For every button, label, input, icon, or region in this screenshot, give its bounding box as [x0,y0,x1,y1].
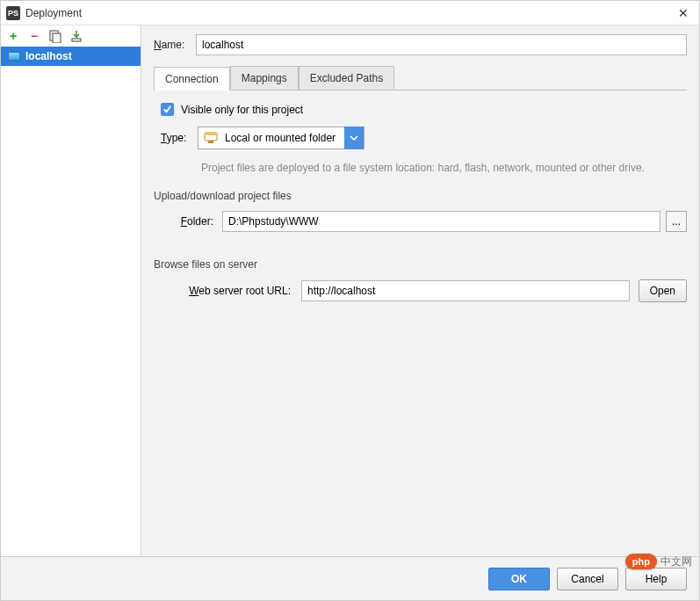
tab-mappings[interactable]: Mappings [230,66,299,90]
app-icon: PS [6,6,20,20]
cancel-button[interactable]: Cancel [557,568,618,590]
tab-excluded-paths[interactable]: Excluded Paths [299,66,394,90]
server-icon [8,52,20,61]
folder-label: Folder: [170,215,222,228]
folder-row: Folder: ... [170,211,687,232]
tabs: Connection Mappings Excluded Paths [154,66,687,91]
server-item-localhost[interactable]: localhost [1,47,141,66]
download-icon[interactable] [69,29,83,43]
watermark-text: 中文网 [660,554,692,569]
sidebar: + − localhost [1,25,141,556]
svg-rect-4 [205,133,217,135]
close-icon[interactable]: ✕ [673,6,694,20]
name-row: Name: [154,34,687,55]
name-label: Name: [154,39,196,51]
visible-only-label: Visible only for this project [181,104,303,116]
server-tree: localhost [1,47,141,556]
deployment-dialog: PS Deployment ✕ + − localhost [0,0,700,601]
name-input[interactable] [196,34,687,55]
type-row: Type: Local or mounted folder [161,127,687,149]
footer: php 中文网 OK Cancel Help [1,556,699,600]
type-select[interactable]: Local or mounted folder [198,127,364,149]
titlebar: PS Deployment ✕ [1,1,699,25]
chevron-down-icon [344,127,364,149]
url-label: Web server root URL: [170,285,301,297]
visible-only-checkbox[interactable] [161,103,174,116]
browse-folder-button[interactable]: ... [666,211,687,232]
server-item-label: localhost [25,50,72,62]
upload-section-title: Upload/download project files [154,190,687,202]
type-help-text: Project files are deployed to a file sys… [201,162,687,174]
window-title: Deployment [25,7,673,19]
visible-only-row: Visible only for this project [161,103,687,116]
help-button[interactable]: Help [625,568,687,590]
open-button[interactable]: Open [639,279,687,302]
type-label: Type: [161,132,198,144]
type-value: Local or mounted folder [225,132,344,144]
ok-button[interactable]: OK [488,568,550,590]
browse-section-title: Browse files on server [154,258,687,271]
folder-monitor-icon [204,132,220,144]
svg-rect-1 [53,33,61,43]
remove-icon[interactable]: − [27,29,41,43]
sidebar-toolbar: + − [1,25,141,47]
url-input[interactable] [301,280,630,301]
add-icon[interactable]: + [6,29,20,43]
copy-icon[interactable] [48,29,62,43]
svg-rect-5 [208,141,213,143]
svg-rect-2 [72,39,81,41]
dialog-body: + − localhost Name: [1,25,699,556]
main-panel: Name: Connection Mappings Excluded Paths… [141,25,699,556]
tab-connection[interactable]: Connection [154,67,230,91]
folder-input[interactable] [222,211,660,232]
url-row: Web server root URL: Open [170,279,687,302]
